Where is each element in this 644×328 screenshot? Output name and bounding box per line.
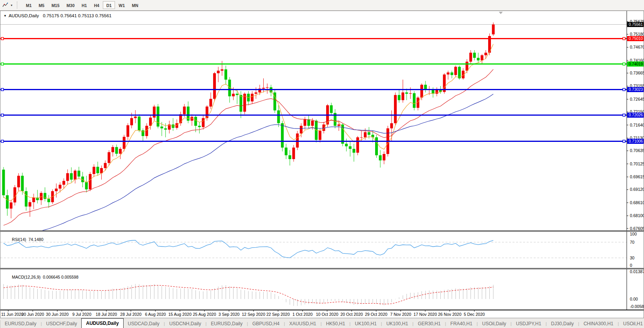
tab-audusd-daily[interactable]: AUDUSD,Daily [81,318,123,328]
tab-usoil-daily[interactable]: USOil,Daily [478,320,510,328]
candle-body [59,185,62,188]
chart-window: 0.756750.751800.746700.741600.736650.731… [0,11,644,318]
date-label: 10 Oct 2020 [316,312,338,317]
hline-handle[interactable] [623,140,625,142]
date-label: 6 Aug 2020 [145,312,166,317]
candle-body [356,137,359,152]
candle-body [206,107,208,118]
symbol-dropdown-icon[interactable]: ▼ [4,14,7,18]
candle-body [78,170,80,176]
timeframe-button-m1[interactable]: M1 [22,1,35,9]
candle-body [375,137,378,155]
price-axis-label: 0.69615 [630,174,644,179]
tab-eurusd-daily[interactable]: EURUSD,Daily [206,320,247,328]
tab-usdcnh-daily[interactable]: USDCNH,Daily [165,320,205,328]
timeframe-buttons: M1M5M15M30H1H4D1W1MN [22,0,142,11]
date-label: 30 Jun 2020 [46,312,69,317]
candle-body [123,137,126,149]
tab-uk100-h1[interactable]: UK100,H1 [350,320,381,328]
tool-dropdown-caret-icon[interactable]: ▼ [10,4,13,7]
rsi-value: 74.1480 [29,237,44,242]
candle-body [401,92,404,100]
hline-handle[interactable] [1,140,4,142]
candle-body [138,116,140,130]
date-axis: 11 Jun 202020 Jun 202030 Jun 20209 Jul 2… [0,310,644,318]
candle-body [454,67,457,75]
candle-body [330,105,333,113]
date-axis-labels: 11 Jun 202020 Jun 202030 Jun 20209 Jul 2… [0,310,644,318]
tab-hk50-h1[interactable]: HK50,H1 [322,320,350,328]
horizontal-line[interactable] [0,114,627,116]
tab-eurusd-daily[interactable]: EURUSD,Daily [0,320,41,328]
horizontal-line[interactable] [0,38,627,40]
date-label: 1 Oct 2020 [292,312,313,317]
tab-xauusd-h1[interactable]: XAUUSD,H1 [285,320,321,328]
date-label: 20 Jun 2020 [22,312,44,317]
tab-china300-h1[interactable]: CHINA300,H1 [579,320,618,328]
candle-body [352,149,355,153]
svg-text:0.75561: 0.75561 [629,22,643,27]
price-chart: 0.756750.751800.746700.741600.736650.731… [0,11,644,230]
hline-handle[interactable] [1,114,4,116]
candle-body [281,123,284,147]
candle-body [25,191,27,207]
candle-body [311,121,314,126]
timeframe-button-h4[interactable]: H4 [90,1,102,9]
macd-panel: 0.0138730.00-0.005891 MACD(12,26,9)0.006… [0,269,644,310]
timeframe-button-m5[interactable]: M5 [35,1,48,9]
candle-body [323,125,325,131]
candle-body [390,123,393,128]
candle-body [119,149,122,154]
date-label: 17 Nov 2020 [414,312,437,317]
chart-shift-marker-icon[interactable] [499,12,503,14]
hline-handle[interactable] [623,63,625,65]
tab-dj30-daily[interactable]: DJ30,Daily [547,320,578,328]
candle-body [292,148,295,159]
tab-gbpusd-h4[interactable]: GBPUSD,H4 [248,320,284,328]
timeframe-button-m15[interactable]: M15 [48,1,63,9]
candle-body [420,85,423,98]
hline-handle[interactable] [623,38,625,40]
candle-body [379,155,382,160]
candle-body [447,72,449,74]
hline-handle[interactable] [1,63,4,65]
macd-axis-label: 0.013873 [630,269,644,274]
candle-body [13,187,16,203]
candle-body [364,132,367,137]
candle-body [126,125,129,137]
hline-handle[interactable] [1,38,4,40]
date-label: 25 Aug 2020 [193,312,216,317]
tab-usdcad-daily[interactable]: USDCAD,Daily [124,320,164,328]
tab-usoil-h1[interactable]: USOil,H1 [619,320,644,328]
timeframe-button-m30[interactable]: M30 [63,1,78,9]
candle-body [394,95,397,123]
date-label: 29 Oct 2020 [365,312,387,317]
draw-tool-icon[interactable] [2,1,9,9]
price-axis-label: 0.68100 [630,213,644,218]
candle-body [473,53,476,58]
candle-body [47,199,50,202]
hline-handle[interactable] [1,89,4,91]
candle-body [104,163,107,168]
candle-body [93,167,95,174]
rsi-name: RSI(14) [12,237,26,242]
timeframe-button-h1[interactable]: H1 [78,1,90,9]
horizontal-line[interactable] [0,140,627,142]
price-axis-label: 0.69120 [630,187,644,192]
horizontal-line[interactable] [0,63,627,65]
hline-handle[interactable] [623,89,625,91]
tab-usdjpy-h1[interactable]: USDJPY,H1 [512,320,545,328]
candle-body [153,107,156,118]
candle-body [451,72,453,75]
candle-body [97,167,99,173]
timeframe-button-w1[interactable]: W1 [115,1,128,9]
price-tag: 0.73023 [627,87,644,92]
tab-fra40-h1[interactable]: FRA40,H1 [446,320,477,328]
tab-ger30-h1[interactable]: GER30,H1 [414,320,445,328]
timeframe-button-mn[interactable]: MN [128,1,142,9]
tab-uk100-h1[interactable]: UK100,H1 [382,320,412,328]
tab-usdchf-daily[interactable]: USDCHF,Daily [42,320,82,328]
horizontal-line[interactable] [0,89,627,91]
hline-handle[interactable] [623,114,625,116]
timeframe-button-d1[interactable]: D1 [103,1,115,9]
